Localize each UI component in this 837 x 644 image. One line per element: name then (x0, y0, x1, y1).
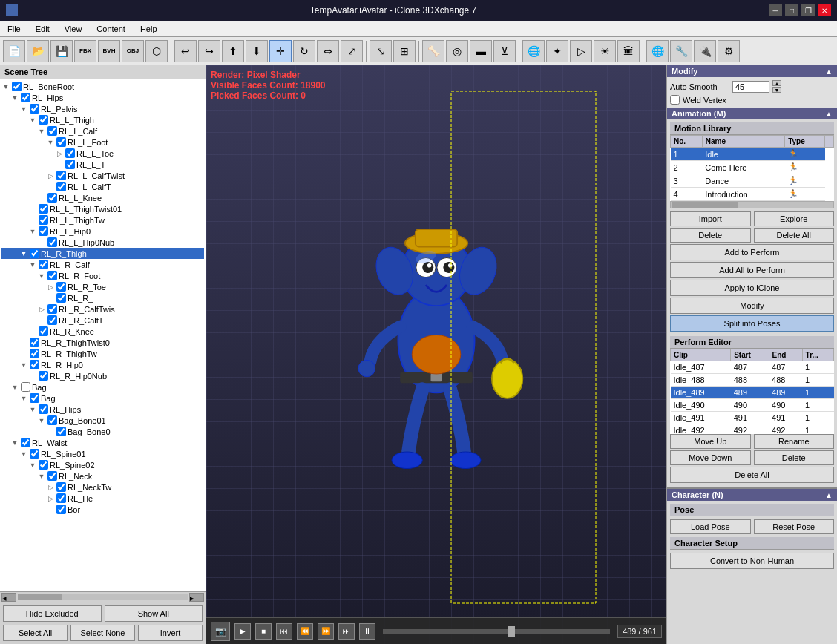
modify-button[interactable]: Modify (670, 298, 834, 314)
anim-btn[interactable]: ▷ (570, 40, 592, 62)
next-frame-button[interactable]: ⏩ (318, 623, 334, 640)
undo-btn[interactable]: ↩ (174, 40, 197, 62)
light-btn[interactable]: ☀ (594, 40, 616, 62)
check-bag-bone0[interactable] (56, 427, 66, 436)
capture-button[interactable]: 📷 (211, 622, 230, 641)
tool-down[interactable]: ⬇ (246, 40, 268, 62)
select-all-button[interactable]: Select All (3, 625, 68, 641)
perform-row-489[interactable]: Idle_4894894891 (671, 387, 834, 399)
auto-smooth-input[interactable] (732, 81, 769, 93)
delete-button[interactable]: Delete (670, 228, 751, 243)
tree-item-pelvis[interactable]: ▼ RL_Pelvis (1, 103, 204, 114)
expand-icon[interactable] (28, 216, 37, 225)
perform-row-490[interactable]: Idle_4904904901 (671, 399, 834, 412)
timeline-thumb[interactable] (508, 626, 515, 637)
pause-button[interactable]: ⏸ (359, 623, 375, 640)
save-btn[interactable]: 💾 (50, 40, 73, 62)
new-btn[interactable]: 📄 (3, 40, 25, 62)
maximize-button[interactable]: □ (785, 4, 798, 16)
perform-row-492[interactable]: Idle_4924924921 (671, 424, 834, 435)
check-bag[interactable] (30, 393, 39, 403)
import-button[interactable]: Import (670, 211, 751, 226)
expand-icon[interactable]: ▼ (10, 93, 19, 102)
tree-item-r-thigh[interactable]: ▼ RL_R_Thigh (1, 248, 204, 259)
tree-item-neck[interactable]: ▼ RL_Neck (1, 470, 204, 482)
h-scroll-right[interactable]: ▸ (189, 593, 204, 602)
expand-icon[interactable]: ▼ (37, 472, 46, 481)
tree-item-bag-bone0[interactable]: Bag_Bone0 (1, 426, 204, 437)
expand-icon[interactable] (55, 160, 64, 169)
expand-icon[interactable] (28, 327, 37, 336)
tree-item-l-hip0nub[interactable]: RL_L_Hip0Nub (1, 237, 204, 248)
check-bag-hips[interactable] (39, 404, 48, 414)
check-he[interactable] (56, 493, 66, 503)
museum-btn[interactable]: 🏛 (617, 40, 640, 62)
check-l-hip0nub[interactable] (47, 237, 57, 247)
tree-item-r-calft[interactable]: RL_R_CalfT (1, 315, 204, 326)
check-r-toe[interactable] (56, 282, 66, 292)
expand-icon[interactable]: ▼ (37, 272, 46, 280)
floor-btn[interactable]: ▬ (470, 40, 492, 62)
check-r-foot[interactable] (47, 271, 57, 280)
redo-btn[interactable]: ↪ (198, 40, 220, 62)
motion-hscroll[interactable] (670, 201, 834, 208)
h-scroll-track[interactable] (18, 594, 188, 600)
expand-icon[interactable]: ▼ (46, 138, 55, 147)
perform-row-488[interactable]: Idle_4884884881 (671, 374, 834, 387)
tree-item-l-thightwist01[interactable]: RL_L_ThighTwist01 (1, 203, 204, 214)
reset-pose-button[interactable]: Reset Pose (754, 519, 835, 534)
check-neck[interactable] (47, 471, 57, 481)
globe-btn[interactable]: 🌐 (522, 40, 545, 62)
expand-icon[interactable]: ▼ (1, 82, 10, 91)
select-none-button[interactable]: Select None (70, 625, 135, 641)
tree-item-bag-root[interactable]: ▼ Bag (1, 381, 204, 392)
spin-down[interactable]: ▼ (772, 87, 781, 93)
expand-icon[interactable] (37, 316, 46, 325)
expand-icon[interactable] (37, 238, 46, 247)
tree-item-l-calf[interactable]: ▼ RL_L_Calf (1, 125, 204, 137)
check-l-calft[interactable] (56, 182, 66, 191)
restore-button[interactable]: ❐ (801, 4, 815, 16)
tree-item-r-calf[interactable]: ▼ RL_R_Calf (1, 259, 204, 270)
extra-btn[interactable]: ⚙ (718, 40, 740, 62)
split-into-poses-button[interactable]: Split into Poses (670, 315, 834, 332)
perform-row-487[interactable]: Idle_4874874871 (671, 361, 834, 374)
tree-item-r-thightw[interactable]: RL_R_ThighTw (1, 348, 204, 359)
expand-icon[interactable]: ▷ (46, 494, 55, 503)
select-tool[interactable]: ✛ (269, 40, 292, 62)
expand-icon[interactable]: ▷ (46, 483, 55, 492)
check-r-thigh[interactable] (30, 249, 39, 258)
invert-button[interactable]: Invert (138, 625, 203, 641)
expand-icon[interactable]: ▼ (28, 405, 37, 414)
tree-item-l-hip0[interactable]: ▼ RL_L_Hip0 (1, 226, 204, 237)
expand-icon[interactable] (46, 427, 55, 436)
plugin-btn[interactable]: 🔌 (694, 40, 716, 62)
expand-icon[interactable]: ▼ (28, 227, 37, 236)
expand-icon[interactable]: ▼ (19, 450, 28, 459)
animation-section-header[interactable]: Animation (M) ▲ (667, 108, 837, 119)
add-all-to-perform-button[interactable]: Add All to Perform (670, 262, 834, 278)
expand-icon[interactable]: ▷ (55, 149, 64, 158)
check-spine01[interactable] (30, 449, 39, 459)
delete-all-button[interactable]: Delete All (754, 228, 835, 243)
tree-item-boneroot[interactable]: ▼ RL_BoneRoot (1, 81, 204, 92)
move-down-button[interactable]: Move Down (670, 450, 751, 465)
tool7[interactable]: ⬡ (145, 40, 168, 62)
motion-row-4[interactable]: 4 Introduction 🏃 (671, 188, 834, 201)
check-r-hip0nub[interactable] (39, 371, 48, 381)
tree-item-r-calftwis[interactable]: ▷ RL_R_CalfTwis (1, 303, 204, 315)
tree-item-bor[interactable]: Bor (1, 504, 204, 515)
tree-item-hips[interactable]: ▼ RL_Hips (1, 92, 204, 103)
tree-item-l-toe[interactable]: ▷ RL_L_Toe (1, 148, 204, 159)
check-pelvis[interactable] (30, 104, 39, 114)
h-scroll-thumb[interactable] (18, 594, 62, 600)
expand-icon[interactable]: ▼ (19, 361, 28, 369)
check-r-blank[interactable] (56, 293, 66, 303)
rewind-button[interactable]: ⏮ (276, 623, 292, 640)
rename-button[interactable]: Rename (754, 434, 835, 449)
expand-icon[interactable]: ▼ (10, 383, 19, 392)
expand-icon[interactable]: ▼ (28, 461, 37, 470)
expand-icon[interactable]: ▼ (28, 260, 37, 269)
perform-row-491[interactable]: Idle_4914914911 (671, 412, 834, 424)
modify-section-header[interactable]: Modify ▲ (667, 65, 837, 77)
